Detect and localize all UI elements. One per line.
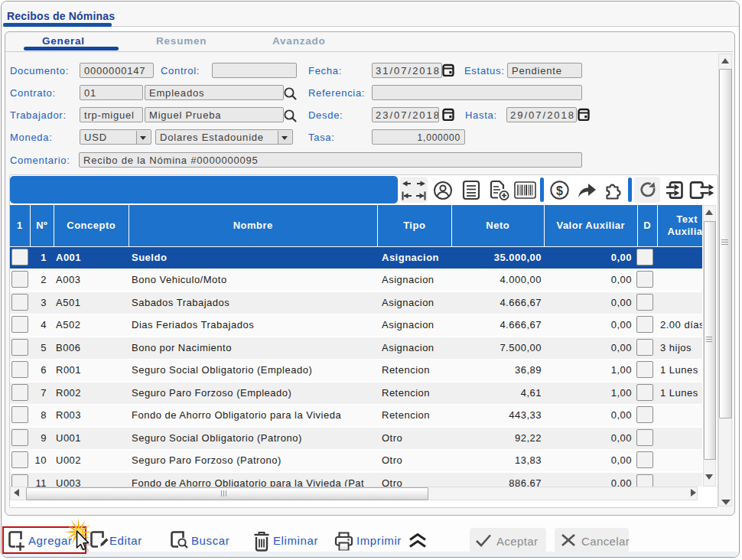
svg-text:$: $ — [556, 184, 563, 197]
